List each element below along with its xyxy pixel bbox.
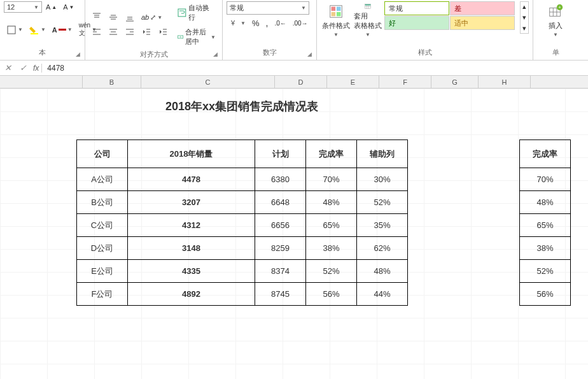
fx-icon[interactable]: fx [31, 64, 42, 73]
group-label-align: 对齐方式 [89, 48, 218, 61]
table-row[interactable]: C公司4312665665%35% [77, 214, 408, 237]
group-label-styles: 样式 [321, 46, 529, 59]
table-row[interactable]: F公司4892874556%44% [77, 283, 408, 306]
align-center-button[interactable] [106, 25, 121, 39]
decrease-decimal-button[interactable]: .00→ [290, 18, 311, 29]
align-bottom-button[interactable] [122, 10, 137, 24]
col-header[interactable]: F [379, 76, 431, 88]
th-aux[interactable]: 辅助列 [357, 140, 408, 168]
table-row[interactable]: 52% [520, 260, 571, 283]
border-button[interactable]: ▼ [4, 23, 25, 37]
formula-bar: ✕ ✓ fx 4478 [0, 61, 588, 76]
col-header[interactable]: C [141, 76, 275, 88]
table-row[interactable]: 38% [520, 237, 571, 260]
svg-text:+: + [558, 4, 561, 10]
comma-format-button[interactable]: , [263, 16, 270, 30]
col-header[interactable]: H [479, 76, 531, 88]
increase-font-button[interactable]: A▲ [43, 1, 59, 13]
th-company[interactable]: 公司 [77, 140, 128, 168]
styles-more[interactable]: ▾ [521, 24, 528, 33]
svg-rect-37 [365, 4, 371, 6]
group-styles: 条件格式▼ 套用 表格格式▼ 常规 差 好 适中 ▴ ▾ ▾ 样式 [317, 0, 533, 60]
table-row[interactable]: 48% [520, 191, 571, 214]
decrease-font-button[interactable]: A▼ [60, 1, 76, 13]
format-as-table-button[interactable]: 套用 表格格式▼ [351, 1, 384, 39]
svg-text:¥: ¥ [230, 19, 235, 27]
align-dialog-launcher[interactable]: ◢ [213, 51, 221, 59]
formula-input[interactable]: 4478 [42, 64, 588, 73]
increase-decimal-button[interactable]: .0← [272, 18, 288, 29]
side-header[interactable]: 完成率 [520, 140, 571, 168]
svg-rect-1 [31, 33, 38, 34]
ribbon: 12▼ A▲ A▼ ▼ ▼ A▼ wén文▼ 本 ◢ [0, 0, 588, 61]
col-header[interactable]: G [431, 76, 479, 88]
table-row[interactable]: D公司3148825938%62% [77, 237, 408, 260]
decrease-indent-button[interactable] [139, 25, 154, 39]
table-row[interactable]: A公司4478638070%30% [77, 168, 408, 191]
style-neutral[interactable]: 适中 [450, 16, 515, 30]
side-table[interactable]: 完成率 70%48%65%38%52%56% [519, 139, 571, 306]
sheet-area[interactable]: 2018年xx集团销售完成情况表 公司 2018年销量 计划 完成率 辅助列 A… [0, 89, 588, 379]
style-bad[interactable]: 差 [450, 1, 515, 15]
group-label-number: 数字 [227, 46, 312, 59]
group-cells: + 插入▼ 单 [533, 0, 578, 60]
col-header[interactable]: E [327, 76, 379, 88]
fill-color-button[interactable]: ▼ [27, 23, 48, 37]
accounting-format-button[interactable]: ¥▼ [227, 16, 248, 30]
spreadsheet-grid[interactable]: B C D E F G H 2018年xx集团销售完成情况表 公司 2018年销… [0, 76, 588, 379]
table-row[interactable]: 65% [520, 214, 571, 237]
table-row[interactable]: E公司4335837452%48% [77, 260, 408, 283]
number-format-select[interactable]: 常规▼ [227, 1, 309, 15]
increase-indent-button[interactable] [155, 25, 171, 39]
th-sales[interactable]: 2018年销量 [128, 140, 255, 168]
wrap-text-button[interactable]: 自动换行 [174, 1, 218, 24]
svg-rect-2 [59, 29, 66, 31]
styles-scroll-up[interactable]: ▴ [521, 2, 528, 11]
align-right-button[interactable] [122, 25, 137, 39]
svg-rect-34 [332, 12, 336, 17]
table-row[interactable]: 70% [520, 168, 571, 191]
column-headers[interactable]: B C D E F G H [0, 76, 588, 89]
svg-rect-35 [337, 12, 341, 17]
col-header[interactable]: D [275, 76, 327, 88]
svg-rect-0 [8, 26, 15, 34]
merge-center-button[interactable]: a合并后居中▼ [174, 25, 218, 48]
enter-icon[interactable]: ✓ [15, 63, 31, 73]
font-color-button[interactable]: A▼ [50, 24, 75, 36]
style-good[interactable]: 好 [384, 16, 449, 30]
align-left-button[interactable] [89, 25, 104, 39]
style-normal[interactable]: 常规 [384, 1, 449, 15]
col-header[interactable]: B [83, 76, 141, 88]
cancel-icon[interactable]: ✕ [0, 63, 15, 73]
table-row[interactable]: 56% [520, 283, 571, 306]
sheet-title[interactable]: 2018年xx集团销售完成情况表 [76, 99, 407, 114]
svg-rect-32 [332, 7, 336, 11]
insert-cells-button[interactable]: + 插入▼ [537, 1, 574, 39]
styles-scroll-down[interactable]: ▾ [521, 13, 528, 22]
table-header-row: 公司 2018年销量 计划 完成率 辅助列 [77, 140, 408, 168]
th-rate[interactable]: 完成率 [306, 140, 357, 168]
cell-styles-gallery[interactable]: 常规 差 好 适中 [384, 1, 517, 30]
group-label-font: 本 [4, 46, 81, 59]
table-row[interactable]: B公司3207664848%52% [77, 191, 408, 214]
percent-format-button[interactable]: % [249, 17, 262, 30]
align-middle-button[interactable] [106, 10, 121, 24]
th-plan[interactable]: 计划 [255, 140, 306, 168]
conditional-formatting-button[interactable]: 条件格式▼ [319, 1, 353, 39]
font-dialog-launcher[interactable]: ◢ [76, 51, 83, 59]
group-alignment: ab⤢▼ 自动换行 a合并后居中▼ 对齐方式 ◢ [85, 0, 223, 60]
group-number: 常规▼ ¥▼ % , .0← .00→ 数字 ◢ [223, 0, 317, 60]
group-label-cells: 单 [537, 46, 574, 59]
font-size-select[interactable]: 12▼ [4, 1, 42, 13]
number-dialog-launcher[interactable]: ◢ [307, 51, 315, 59]
orientation-button[interactable]: ab⤢▼ [139, 11, 171, 24]
svg-rect-33 [337, 7, 341, 11]
align-top-button[interactable] [89, 10, 104, 24]
main-data-table[interactable]: 公司 2018年销量 计划 完成率 辅助列 A公司4478638070%30%B… [76, 139, 408, 306]
group-font: 12▼ A▲ A▼ ▼ ▼ A▼ wén文▼ 本 ◢ [0, 0, 85, 60]
